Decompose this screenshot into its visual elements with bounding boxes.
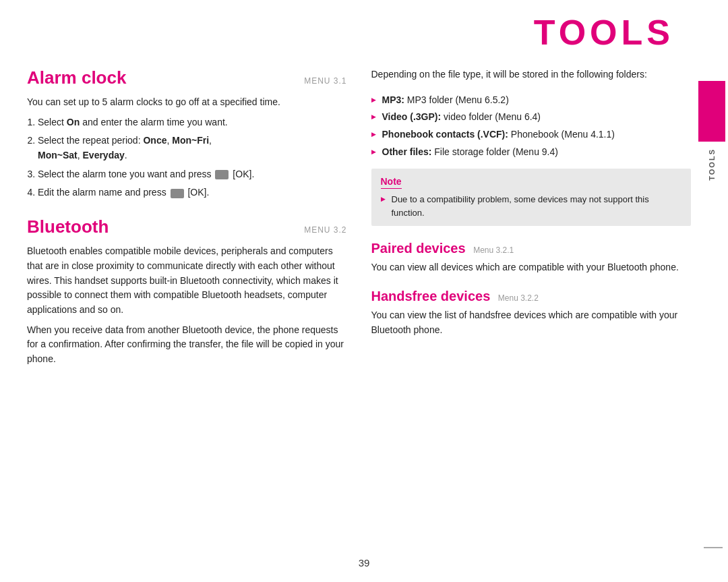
handsfree-devices-menu: Menu 3.2.2 [498, 293, 539, 303]
note-item-1: Due to a compatibility problem, some dev… [381, 193, 682, 219]
side-tab-bar [698, 81, 725, 142]
handsfree-devices-section: Handsfree devices Menu 3.2.2 You can vie… [371, 289, 692, 337]
right-intro: Depending on the file type, it will be s… [371, 67, 692, 82]
file-type-other: Other files: File storage folder (Menu 9… [371, 145, 692, 160]
alarm-step-2: Select the repeat period: Once, Mon~Fri,… [38, 134, 347, 163]
side-tab-line [704, 547, 723, 548]
page-title: TOOLS [534, 12, 674, 53]
right-column: Depending on the file type, it will be s… [371, 67, 692, 548]
bluetooth-para-2: When you receive data from another Bluet… [27, 323, 347, 367]
alarm-steps: Select On and enter the alarm time you w… [27, 115, 347, 200]
page-number: 39 [359, 557, 370, 569]
alarm-menu-label: MENU 3.1 [304, 76, 346, 86]
alarm-step-4: Edit the alarm name and press [OK]. [38, 185, 347, 200]
handsfree-devices-text: You can view the list of handsfree devic… [371, 308, 692, 337]
alarm-section-header: Alarm clock MENU 3.1 [27, 67, 347, 88]
paired-devices-text: You can view all devices which are compa… [371, 260, 692, 275]
bluetooth-menu-label: MENU 3.2 [304, 225, 346, 235]
bluetooth-section: Bluetooth MENU 3.2 Bluetooth enables com… [27, 216, 347, 367]
bluetooth-para-1: Bluetooth enables compatible mobile devi… [27, 244, 347, 317]
side-tab-label: TOOLS [708, 148, 716, 181]
left-column: Alarm clock MENU 3.1 You can set up to 5… [27, 67, 347, 548]
paired-devices-section: Paired devices Menu 3.2.1 You can view a… [371, 241, 692, 275]
alarm-title: Alarm clock [27, 67, 126, 88]
ok-icon-1 [215, 170, 229, 179]
alarm-step-3: Select the alarm tone you want and press… [38, 167, 347, 182]
paired-devices-menu: Menu 3.2.1 [473, 245, 514, 255]
ok-icon-2 [171, 189, 184, 198]
alarm-step-1: Select On and enter the alarm time you w… [38, 115, 347, 130]
side-tab: TOOLS [696, 0, 728, 582]
bluetooth-title: Bluetooth [27, 216, 109, 237]
alarm-body: You can set up to 5 alarm clocks to go o… [27, 95, 347, 200]
main-content: Alarm clock MENU 3.1 You can set up to 5… [27, 67, 691, 548]
file-type-mp3: MP3: MP3 folder (Menu 6.5.2) [371, 93, 692, 108]
file-type-phonebook: Phonebook contacts (.VCF): Phonebook (Me… [371, 127, 692, 142]
alarm-intro: You can set up to 5 alarm clocks to go o… [27, 95, 347, 110]
bluetooth-body: Bluetooth enables compatible mobile devi… [27, 244, 347, 367]
note-box: Note Due to a compatibility problem, som… [371, 169, 692, 226]
note-list: Due to a compatibility problem, some dev… [381, 193, 682, 219]
handsfree-devices-title: Handsfree devices Menu 3.2.2 [371, 289, 692, 304]
file-type-video: Video (.3GP): video folder (Menu 6.4) [371, 110, 692, 125]
paired-devices-title: Paired devices Menu 3.2.1 [371, 241, 692, 256]
file-type-list: MP3: MP3 folder (Menu 6.5.2) Video (.3GP… [371, 93, 692, 160]
bluetooth-section-header: Bluetooth MENU 3.2 [27, 216, 347, 237]
note-title: Note [381, 176, 402, 189]
